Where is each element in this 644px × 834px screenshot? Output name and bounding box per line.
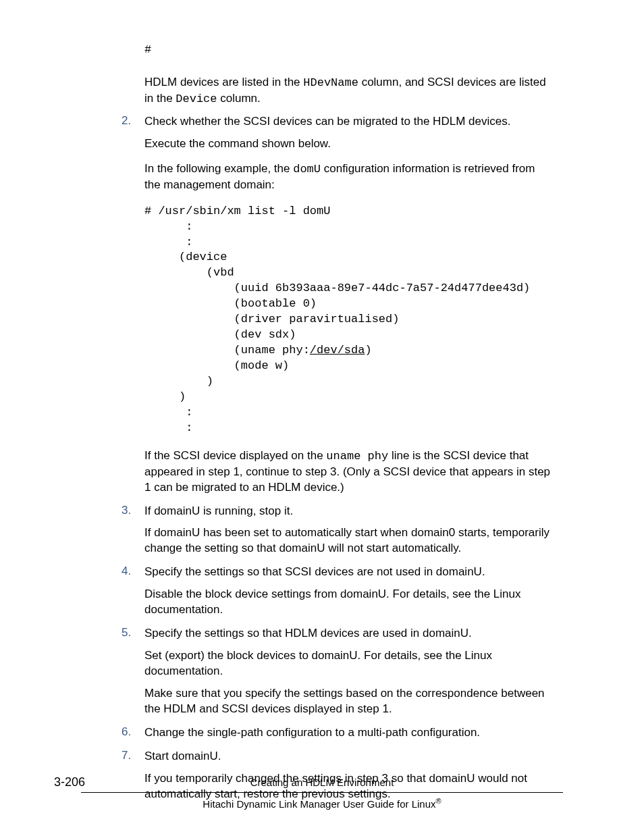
step-5: 5 Specify the settings so that HDLM devi… bbox=[122, 626, 554, 717]
step-5-p2: Set (export) the block devices to domain… bbox=[144, 648, 554, 679]
text: HDLM devices are listed in the bbox=[144, 76, 303, 88]
code-hdevname: HDevName bbox=[303, 76, 358, 89]
step-4-p2: Disable the block device settings from d… bbox=[144, 587, 554, 618]
step-2-p3: In the following example, the domU confi… bbox=[144, 161, 554, 193]
step-number: 3 bbox=[122, 504, 131, 517]
text: If the SCSI device displayed on the bbox=[144, 449, 326, 462]
step-5-p3: Make sure that you specify the settings … bbox=[144, 686, 554, 717]
code-block-xm-list: # /usr/sbin/xm list -l domU : : (device … bbox=[144, 204, 554, 436]
para-hdlm-devices: HDLM devices are listed in the HDevName … bbox=[144, 75, 554, 107]
page-container: # HDLM devices are listed in the HDevNam… bbox=[0, 0, 644, 834]
step-2-p1: Check whether the SCSI devices can be mi… bbox=[144, 114, 554, 130]
step-7-p1: Start domainU. bbox=[144, 749, 554, 764]
step-number: 4 bbox=[122, 565, 131, 578]
step-5-p1: Specify the settings so that HDLM device… bbox=[144, 626, 554, 642]
text: Hitachi Dynamic Link Manager User Guide … bbox=[203, 798, 435, 810]
step-2-p2: Execute the command shown below. bbox=[144, 136, 554, 152]
code-dev-sda: /dev/sda bbox=[310, 344, 365, 357]
step-4: 4 Specify the settings so that SCSI devi… bbox=[122, 565, 554, 618]
step-2-p4: If the SCSI device displayed on the unam… bbox=[144, 448, 554, 496]
step-6: 6 Change the single-path configuration t… bbox=[122, 725, 554, 741]
page-footer: Creating an HDLM Environment Hitachi Dyn… bbox=[0, 777, 644, 810]
step-number: 7 bbox=[122, 749, 131, 762]
code-uname-phy: uname phy bbox=[326, 450, 388, 463]
step-number: 6 bbox=[122, 725, 131, 739]
step-3-p1: If domainU is running, stop it. bbox=[144, 504, 554, 519]
step-list: 2 Check whether the SCSI devices can be … bbox=[122, 114, 554, 802]
step-number: 2 bbox=[122, 114, 131, 128]
code-device: Device bbox=[176, 93, 217, 105]
text: column. bbox=[217, 92, 261, 105]
step-4-p1: Specify the settings so that SCSI device… bbox=[144, 565, 554, 580]
footer-rule bbox=[81, 792, 563, 793]
code-domu: domU bbox=[293, 163, 321, 176]
code-hash: # bbox=[144, 43, 554, 56]
step-3: 3 If domainU is running, stop it. If dom… bbox=[122, 504, 554, 557]
footer-section-title: Creating an HDLM Environment bbox=[0, 777, 644, 791]
footer-guide-title: Hitachi Dynamic Link Manager User Guide … bbox=[0, 797, 644, 810]
step-3-p2: If domainU has been set to automatically… bbox=[144, 525, 554, 556]
text: In the following example, the bbox=[144, 162, 293, 175]
registered-mark: ® bbox=[436, 797, 441, 805]
step-number: 5 bbox=[122, 626, 131, 640]
step-6-p1: Change the single-path configuration to … bbox=[144, 725, 554, 741]
step-2: 2 Check whether the SCSI devices can be … bbox=[122, 114, 554, 496]
